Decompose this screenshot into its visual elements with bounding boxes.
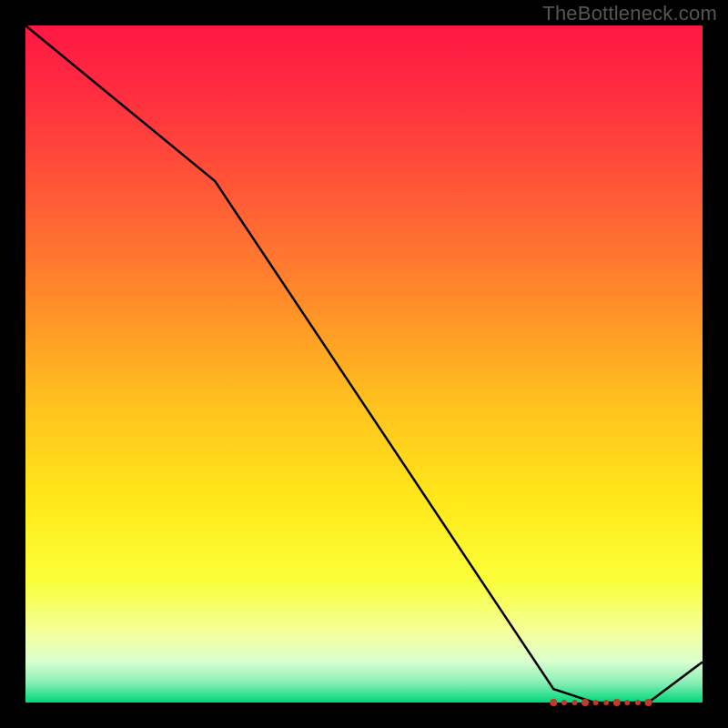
attribution-label: TheBottleneck.com xyxy=(542,2,717,25)
band-marker-dot xyxy=(603,700,609,705)
band-marker-dot xyxy=(624,700,630,705)
band-marker-dot xyxy=(613,699,621,706)
band-marker-dot xyxy=(593,700,599,705)
band-marker-dot xyxy=(550,699,557,706)
chart-svg xyxy=(0,0,728,728)
band-marker-dot xyxy=(581,699,589,706)
band-marker-dot xyxy=(572,700,578,705)
band-marker-dot xyxy=(635,700,641,705)
chart-container: TheBottleneck.com xyxy=(0,0,728,728)
band-marker-dot xyxy=(645,699,652,706)
band-marker-dot xyxy=(561,700,567,705)
plot-background xyxy=(25,25,703,703)
